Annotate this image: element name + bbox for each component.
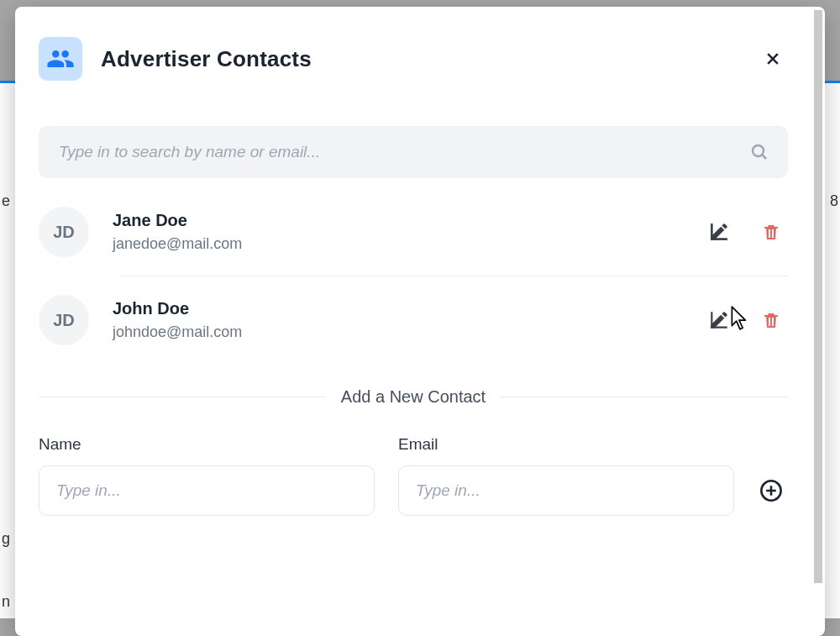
svg-line-3 [762, 155, 766, 159]
trash-icon [761, 309, 781, 331]
bg-char: g [2, 530, 10, 548]
close-icon [764, 50, 781, 67]
search-bar [39, 126, 788, 178]
modal-header: Advertiser Contacts [39, 37, 788, 81]
modal-title: Advertiser Contacts [101, 46, 739, 72]
scrollbar[interactable] [814, 10, 822, 633]
avatar: JD [39, 295, 89, 345]
add-contact-button[interactable] [758, 477, 785, 504]
contact-list: JD Jane Doe janedoe@mail.com JD [39, 207, 788, 359]
advertiser-contacts-modal: Advertiser Contacts JD Jane Doe janedoe@… [15, 7, 825, 636]
add-contact-form: Name Email [39, 435, 788, 516]
contact-info: Jane Doe janedoe@mail.com [113, 211, 684, 253]
close-button[interactable] [758, 44, 788, 74]
search-icon [749, 142, 769, 162]
name-input[interactable] [39, 465, 375, 516]
delete-button[interactable] [759, 308, 783, 332]
row-actions [707, 220, 788, 244]
edit-button[interactable] [707, 308, 731, 332]
contact-email: janedoe@mail.com [113, 235, 684, 253]
add-contact-divider: Add a New Contact [39, 387, 788, 407]
svg-point-2 [753, 145, 764, 156]
edit-icon [708, 221, 730, 243]
contact-email: johndoe@mail.com [113, 323, 684, 341]
contact-name: John Doe [113, 299, 684, 318]
trash-icon [761, 221, 781, 243]
email-input[interactable] [398, 465, 734, 516]
email-label: Email [398, 435, 734, 454]
contact-name: Jane Doe [113, 211, 684, 230]
search-button[interactable] [744, 137, 774, 167]
edit-icon [708, 309, 730, 331]
delete-button[interactable] [759, 220, 783, 244]
contacts-icon [39, 37, 82, 81]
row-actions [707, 308, 788, 332]
avatar: JD [39, 207, 89, 257]
email-field: Email [398, 435, 734, 516]
scrollbar-thumb[interactable] [814, 10, 822, 583]
add-contact-heading: Add a New Contact [341, 387, 486, 407]
contact-row: JD Jane Doe janedoe@mail.com [39, 207, 788, 276]
name-field: Name [39, 435, 375, 516]
contact-row: JD John Doe johndoe@mail.com [119, 276, 788, 359]
contact-info: John Doe johndoe@mail.com [113, 299, 684, 341]
bg-char: 8 [830, 192, 838, 210]
edit-button[interactable] [707, 220, 731, 244]
bg-char: e [2, 192, 10, 210]
bg-char: n [2, 593, 10, 611]
name-label: Name [39, 435, 375, 454]
search-input[interactable] [39, 126, 788, 178]
plus-circle-icon [759, 479, 783, 502]
